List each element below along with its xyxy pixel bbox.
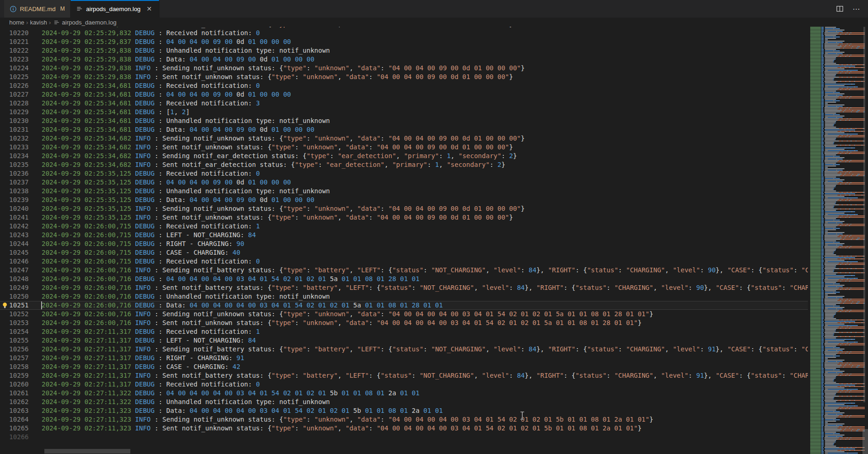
minimap-line (810, 252, 865, 252)
minimap-line (810, 418, 865, 419)
minimap-line (810, 202, 865, 202)
log-line[interactable]: 102252024-09-29 02:25:29,838 INFO : Sent… (0, 73, 868, 81)
line-number: 10248 (0, 275, 29, 283)
breadcrumb-item-home[interactable]: home (9, 19, 24, 26)
log-line[interactable]: 102472024-09-29 02:26:00,716 INFO : Send… (0, 266, 868, 275)
minimap-line (810, 322, 865, 323)
log-line[interactable]: 102442024-09-29 02:26:00,715 DEBUG : RIG… (0, 239, 868, 248)
split-editor-icon[interactable] (835, 4, 845, 14)
tab-airpods-daemon-log[interactable]: airpods_daemon.log ✕ (71, 0, 159, 18)
line-number: 10263 (0, 406, 29, 415)
log-line[interactable]: 102322024-09-29 02:25:34,682 INFO : Send… (0, 134, 868, 143)
minimap-line (810, 358, 865, 359)
log-line[interactable]: 10266 (0, 433, 868, 442)
log-line[interactable]: 102542024-09-29 02:27:11,317 DEBUG : Rec… (0, 327, 868, 336)
log-line[interactable]: 102392024-09-29 02:25:35,125 DEBUG : Dat… (0, 196, 868, 204)
log-line[interactable]: 102242024-09-29 02:25:29,838 INFO : Send… (0, 64, 868, 73)
minimap-line (810, 168, 865, 169)
minimap-line (810, 118, 865, 119)
log-line-text: 2024-09-29 02:25:29,838 DEBUG : Data: 04… (42, 55, 314, 64)
minimap-line (810, 221, 865, 222)
log-line[interactable]: 102372024-09-29 02:25:35,125 DEBUG : 04 … (0, 178, 868, 187)
log-line[interactable]: 102232024-09-29 02:25:29,838 DEBUG : Dat… (0, 55, 868, 64)
vertical-scrollbar[interactable] (862, 429, 868, 454)
log-line[interactable]: 102602024-09-29 02:27:11,317 DEBUG : Rec… (0, 380, 868, 389)
minimap-line (810, 379, 865, 380)
horizontal-scrollbar[interactable] (44, 449, 130, 454)
lightbulb-icon[interactable] (1, 302, 8, 309)
log-line[interactable]: 102612024-09-29 02:27:11,322 DEBUG : 04 … (0, 389, 868, 398)
minimap-line (810, 435, 865, 436)
log-line[interactable]: 102332024-09-29 02:25:34,682 INFO : Sent… (0, 143, 868, 152)
log-line[interactable]: 102212024-09-29 02:25:29,837 DEBUG : 04 … (0, 37, 868, 46)
line-number: 10250 (0, 292, 29, 301)
log-line-text: 2024-09-29 02:25:34,681 DEBUG : Data: 04… (42, 125, 314, 134)
log-line[interactable]: 102302024-09-29 02:25:34,681 DEBUG : Unh… (0, 117, 868, 125)
minimap-line (810, 229, 865, 230)
editor-pane[interactable]: 2024-09-29 02:25:29,832 INFO : Sent noti… (0, 27, 868, 454)
log-line[interactable]: 102202024-09-29 02:25:29,832 DEBUG : Rec… (0, 29, 868, 37)
log-line[interactable]: 102562024-09-29 02:27:11,317 INFO : Send… (0, 345, 868, 354)
log-line[interactable]: 102502024-09-29 02:26:00,716 DEBUG : Unh… (0, 292, 868, 301)
log-line[interactable]: 102622024-09-29 02:27:11,322 DEBUG : Unh… (0, 398, 868, 406)
minimap-line (810, 27, 865, 28)
log-line[interactable]: 102312024-09-29 02:25:34,681 DEBUG : Dat… (0, 125, 868, 134)
minimap-line (810, 307, 865, 308)
log-line[interactable]: 102432024-09-29 02:26:00,715 DEBUG : LEF… (0, 231, 868, 239)
log-line-text: 2024-09-29 02:26:00,716 DEBUG : 04 00 04… (42, 275, 420, 283)
log-line[interactable]: 102482024-09-29 02:26:00,716 DEBUG : 04 … (0, 275, 868, 283)
log-line[interactable]: 102592024-09-29 02:27:11,317 INFO : Sent… (0, 371, 868, 380)
log-line[interactable]: 102572024-09-29 02:27:11,317 DEBUG : RIG… (0, 354, 868, 362)
log-line[interactable]: 102412024-09-29 02:25:35,125 INFO : Sent… (0, 213, 868, 222)
log-line-text: 2024-09-29 02:26:00,715 DEBUG : Received… (42, 222, 260, 231)
close-icon[interactable]: ✕ (145, 5, 153, 12)
log-line[interactable]: 102652024-09-29 02:27:11,323 INFO : Sent… (0, 424, 868, 433)
minimap-line (810, 367, 865, 368)
log-line[interactable]: 102582024-09-29 02:27:11,317 DEBUG : CAS… (0, 362, 868, 371)
minimap-line (810, 440, 865, 441)
log-line-text: 2024-09-29 02:26:00,716 INFO : Sent noti… (42, 283, 808, 292)
minimap-line (810, 111, 865, 112)
log-line[interactable]: 102642024-09-29 02:27:11,323 INFO : Send… (0, 415, 868, 424)
minimap-line (810, 446, 865, 447)
tab-readme[interactable]: README.md M (4, 0, 71, 18)
more-actions-icon[interactable]: ⋯ (851, 4, 862, 14)
minimap-line (810, 164, 865, 165)
minimap-line (810, 393, 865, 394)
log-line[interactable]: 102282024-09-29 02:25:34,681 DEBUG : Rec… (0, 99, 868, 108)
log-line[interactable]: 102522024-09-29 02:26:00,716 INFO : Send… (0, 310, 868, 319)
log-line[interactable]: 102272024-09-29 02:25:34,681 DEBUG : 04 … (0, 90, 868, 99)
log-line[interactable]: 102452024-09-29 02:26:00,715 DEBUG : CAS… (0, 248, 868, 257)
log-line[interactable]: 102632024-09-29 02:27:11,323 DEBUG : Dat… (0, 406, 868, 415)
breadcrumb-item-file[interactable]: airpods_daemon.log (62, 19, 116, 26)
log-line-text: 2024-09-29 02:26:00,716 INFO : Sent noti… (42, 319, 642, 327)
log-line[interactable]: 102422024-09-29 02:26:00,715 DEBUG : Rec… (0, 222, 868, 231)
minimap-line (810, 429, 865, 430)
log-line-text: 2024-09-29 02:27:11,322 DEBUG : 04 00 04… (42, 389, 420, 398)
log-line[interactable]: 102352024-09-29 02:25:34,682 INFO : Sent… (0, 160, 868, 169)
log-line[interactable]: 102292024-09-29 02:25:34,681 DEBUG : [1,… (0, 108, 868, 117)
log-line[interactable]: 102402024-09-29 02:25:35,125 INFO : Send… (0, 204, 868, 213)
log-line[interactable]: 102532024-09-29 02:26:00,716 INFO : Sent… (0, 319, 868, 327)
minimap-line (810, 136, 865, 137)
log-line[interactable]: 102492024-09-29 02:26:00,716 INFO : Sent… (0, 283, 868, 292)
minimap-line (810, 444, 865, 445)
log-line[interactable]: 102512024-09-29 02:26:00,716 DEBUG : Dat… (0, 301, 868, 310)
minimap[interactable] (808, 27, 868, 454)
minimap-line (810, 268, 865, 269)
minimap-line (810, 73, 865, 74)
minimap-line (810, 333, 865, 334)
log-line[interactable]: 102362024-09-29 02:25:35,125 DEBUG : Rec… (0, 169, 868, 178)
log-line[interactable]: 102342024-09-29 02:25:34,682 INFO : Send… (0, 152, 868, 160)
log-lines[interactable]: 102202024-09-29 02:25:29,832 DEBUG : Rec… (0, 29, 868, 442)
breadcrumb-item-kavish[interactable]: kavish (30, 19, 47, 26)
line-number: 10224 (0, 64, 29, 73)
log-line[interactable]: 102222024-09-29 02:25:29,838 DEBUG : Unh… (0, 46, 868, 55)
log-line[interactable]: 102552024-09-29 02:27:11,317 DEBUG : LEF… (0, 336, 868, 345)
log-line[interactable]: 102262024-09-29 02:25:34,681 DEBUG : Rec… (0, 81, 868, 90)
minimap-line (810, 281, 865, 282)
minimap-line (810, 196, 865, 197)
log-line[interactable]: 102382024-09-29 02:25:35,125 DEBUG : Unh… (0, 187, 868, 196)
log-line[interactable]: 102462024-09-29 02:26:00,715 DEBUG : Rec… (0, 257, 868, 266)
minimap-line (810, 139, 865, 140)
